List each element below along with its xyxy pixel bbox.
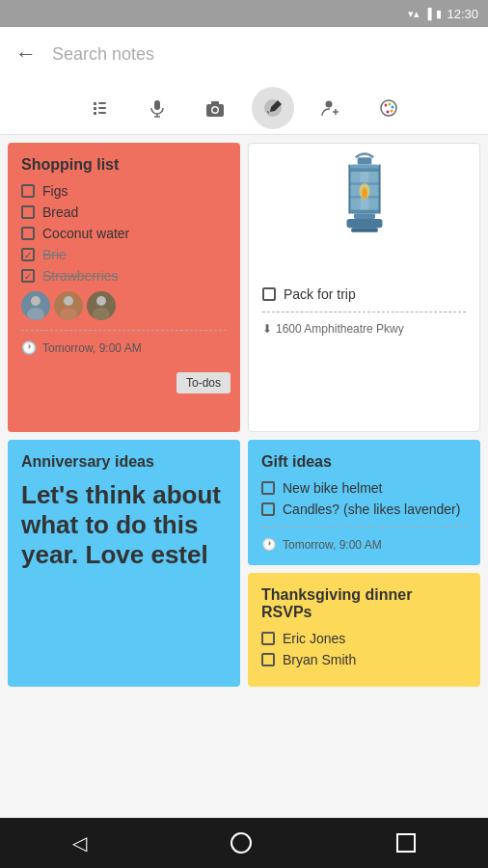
avatar-3 xyxy=(87,291,116,320)
svg-point-20 xyxy=(392,105,394,108)
gift-ideas-card[interactable]: Gift ideas New bike helmet Candles? (she… xyxy=(248,440,480,565)
toolbar-list-btn[interactable] xyxy=(78,87,121,129)
list-item: Bread xyxy=(21,204,227,220)
location-icon: ⬇ xyxy=(262,322,272,336)
status-time: 12:30 xyxy=(447,7,478,21)
svg-rect-37 xyxy=(349,210,379,214)
list-item: New bike helmet xyxy=(261,480,467,496)
svg-point-14 xyxy=(326,100,333,107)
list-item: Brie xyxy=(21,247,227,262)
lantern-image xyxy=(249,144,479,269)
svg-point-26 xyxy=(60,308,77,320)
checkbox-eric[interactable] xyxy=(261,632,275,645)
status-icons: ▾▴ ▐ ▮ 12:30 xyxy=(408,7,478,21)
svg-point-24 xyxy=(27,308,44,320)
anniversary-text: Let's think about what to do this year. … xyxy=(21,480,227,571)
svg-point-28 xyxy=(93,308,110,320)
shopping-reminder: 🕐 Tomorrow, 9:00 AM xyxy=(21,340,227,355)
svg-rect-4 xyxy=(94,112,96,115)
svg-rect-33 xyxy=(368,168,377,209)
anniversary-title: Anniversary ideas xyxy=(21,453,227,471)
svg-rect-41 xyxy=(346,219,382,228)
svg-point-11 xyxy=(213,107,218,112)
gift-ideas-title: Gift ideas xyxy=(261,453,467,471)
clock-icon: 🕐 xyxy=(21,340,37,355)
svg-point-39 xyxy=(362,188,367,199)
toolbar-person-add-btn[interactable] xyxy=(310,87,352,129)
checkbox-strawberries[interactable] xyxy=(21,269,35,283)
anniversary-ideas-card[interactable]: Anniversary ideas Let's think about what… xyxy=(8,440,240,687)
list-item: Figs xyxy=(21,183,227,199)
clock-icon-gift: 🕐 xyxy=(261,537,277,552)
todos-badge[interactable]: To-dos xyxy=(176,372,230,393)
shopping-list-title: Shopping list xyxy=(21,156,227,174)
avatar-1 xyxy=(21,291,50,320)
svg-rect-29 xyxy=(357,157,371,164)
nav-back-btn[interactable]: ◁ xyxy=(72,831,87,854)
svg-rect-3 xyxy=(98,107,106,109)
nav-home-btn[interactable] xyxy=(230,832,252,854)
svg-point-21 xyxy=(391,109,393,112)
checkbox-figs[interactable] xyxy=(21,184,35,198)
battery-icon: ▮ xyxy=(436,8,442,20)
checkbox-bryan[interactable] xyxy=(261,653,275,666)
thanksgiving-title: Thanksgiving dinner RSVPs xyxy=(261,586,467,621)
checkbox-helmet[interactable] xyxy=(261,481,275,495)
back-arrow-icon[interactable]: ← xyxy=(15,41,37,67)
svg-point-18 xyxy=(385,103,388,106)
notes-grid: Shopping list Figs Bread Coconut water B… xyxy=(0,135,488,694)
checkbox-pack[interactable] xyxy=(262,287,276,301)
svg-point-23 xyxy=(31,296,41,306)
location-info: ⬇ 1600 Amphitheatre Pkwy xyxy=(262,322,466,336)
checkbox-brie[interactable] xyxy=(21,248,35,261)
svg-rect-2 xyxy=(94,107,96,110)
avatar-2 xyxy=(54,291,83,320)
svg-rect-40 xyxy=(353,213,374,219)
svg-rect-5 xyxy=(98,112,106,114)
svg-point-17 xyxy=(381,100,396,116)
signal-icon: ▐ xyxy=(424,8,432,19)
status-bar: ▾▴ ▐ ▮ 12:30 xyxy=(0,0,488,27)
svg-rect-42 xyxy=(351,228,378,232)
checkbox-coconut[interactable] xyxy=(21,227,35,240)
collaborator-avatars xyxy=(21,291,227,320)
svg-point-19 xyxy=(389,102,392,105)
list-item: Bryan Smith xyxy=(261,652,467,667)
pack-item: Pack for trip xyxy=(262,286,466,302)
toolbar-mic-btn[interactable] xyxy=(136,87,178,129)
svg-rect-12 xyxy=(211,101,219,105)
svg-rect-1 xyxy=(98,102,106,104)
toolbar-draw-btn[interactable] xyxy=(252,87,294,129)
toolbar-camera-btn[interactable] xyxy=(194,87,236,129)
bottom-nav: ◁ xyxy=(0,818,488,868)
svg-rect-31 xyxy=(351,168,360,209)
checkbox-candles[interactable] xyxy=(261,502,275,516)
search-input[interactable]: Search notes xyxy=(52,44,154,65)
list-item: Strawberries xyxy=(21,268,227,284)
toolbar xyxy=(0,81,488,135)
svg-point-22 xyxy=(387,110,390,113)
list-item: Eric Jones xyxy=(261,631,467,646)
svg-rect-6 xyxy=(154,100,160,110)
svg-point-27 xyxy=(96,296,106,306)
list-item: Coconut water xyxy=(21,226,227,241)
wifi-icon: ▾▴ xyxy=(408,8,420,20)
toolbar-palette-btn[interactable] xyxy=(367,87,410,129)
shopping-list-card[interactable]: Shopping list Figs Bread Coconut water B… xyxy=(8,143,240,432)
svg-rect-0 xyxy=(94,102,96,105)
gift-reminder: 🕐 Tomorrow, 9:00 AM xyxy=(261,537,467,552)
svg-rect-34 xyxy=(349,168,379,172)
search-bar: ← Search notes xyxy=(0,27,488,81)
pack-for-trip-card[interactable]: Pack for trip ⬇ 1600 Amphitheatre Pkwy xyxy=(248,143,480,432)
nav-recent-btn[interactable] xyxy=(396,833,416,853)
thanksgiving-card[interactable]: Thanksgiving dinner RSVPs Eric Jones Bry… xyxy=(248,573,480,687)
checkbox-bread[interactable] xyxy=(21,205,35,219)
list-item: Candles? (she likes lavender) xyxy=(261,502,467,517)
svg-point-25 xyxy=(64,296,73,306)
